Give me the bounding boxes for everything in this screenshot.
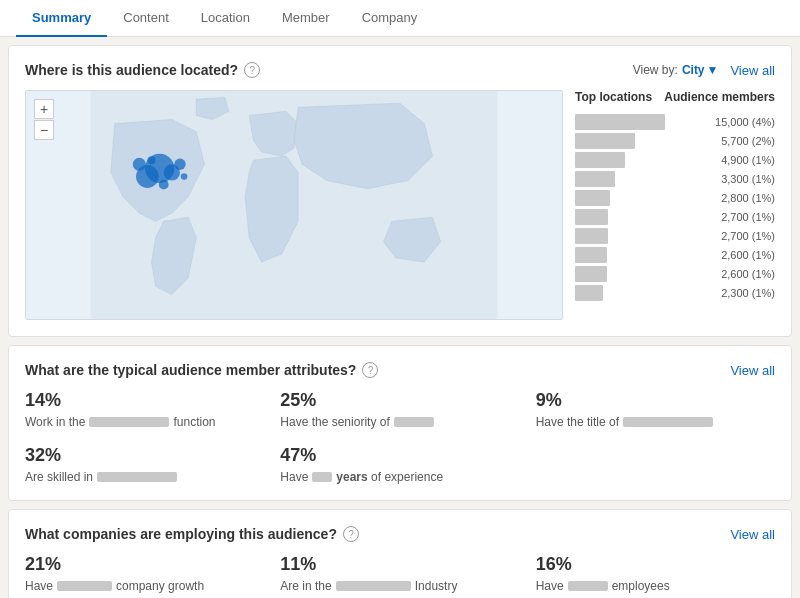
location-value-4: 3,300 (1%) — [721, 173, 775, 185]
location-section: Where is this audience located? ? View b… — [8, 45, 792, 337]
attr-suffix-1: function — [173, 415, 215, 429]
company-desc-2: Are in the Industry — [280, 579, 519, 593]
view-by-select[interactable]: City ▼ — [682, 63, 719, 77]
map-controls: + − — [34, 99, 54, 140]
location-value-9: 2,600 (1%) — [721, 268, 775, 280]
attribute-percent-1: 14% — [25, 390, 264, 411]
company-growth: 21% Have company growth — [25, 554, 264, 593]
tab-summary[interactable]: Summary — [16, 0, 107, 37]
location-view-all[interactable]: View all — [730, 63, 775, 78]
page-container: Summary Content Location Member Company … — [0, 0, 800, 598]
attribute-percent-3: 9% — [536, 390, 775, 411]
list-item: 4,900 (1%) — [575, 152, 775, 168]
company-suffix-1: company growth — [116, 579, 204, 593]
list-item: 2,600 (1%) — [575, 266, 775, 282]
location-bar-4 — [575, 171, 615, 187]
company-desc-3: Have employees — [536, 579, 775, 593]
company-bar-2 — [336, 581, 411, 591]
attr-years-label: years of experience — [336, 470, 443, 484]
company-employees: 16% Have employees — [536, 554, 775, 593]
location-value-10: 2,300 (1%) — [721, 287, 775, 299]
svg-point-3 — [133, 158, 146, 171]
location-value-3: 4,900 (1%) — [721, 154, 775, 166]
attr-prefix-3: Have the title of — [536, 415, 619, 429]
attr-bar-3 — [623, 417, 713, 427]
tabs-bar: Summary Content Location Member Company — [0, 0, 800, 37]
svg-point-7 — [181, 173, 188, 180]
location-bar-8 — [575, 247, 607, 263]
location-info-icon[interactable]: ? — [244, 62, 260, 78]
svg-point-4 — [174, 159, 185, 170]
attribute-seniority: 25% Have the seniority of — [280, 390, 519, 429]
view-by-label: View by: — [633, 63, 678, 77]
location-value-7: 2,700 (1%) — [721, 230, 775, 242]
attribute-desc-4: Are skilled in — [25, 470, 264, 484]
svg-point-6 — [147, 156, 155, 164]
companies-section: What companies are employing this audien… — [8, 509, 792, 598]
map-section: + − — [25, 90, 775, 320]
company-percent-2: 11% — [280, 554, 519, 575]
attribute-skills: 32% Are skilled in — [25, 445, 264, 484]
location-bar-9 — [575, 266, 607, 282]
map-zoom-out[interactable]: − — [34, 120, 54, 140]
attribute-desc-3: Have the title of — [536, 415, 775, 429]
company-suffix-3: employees — [612, 579, 670, 593]
location-bar-5 — [575, 190, 610, 206]
attribute-experience: 47% Have years of experience — [280, 445, 519, 484]
companies-view-all[interactable]: View all — [730, 527, 775, 542]
location-value-1: 15,000 (4%) — [715, 116, 775, 128]
list-item: 2,600 (1%) — [575, 247, 775, 263]
companies-grid: 21% Have company growth 11% Are in the I… — [25, 554, 775, 593]
attribute-empty — [536, 445, 775, 484]
list-item: 2,700 (1%) — [575, 228, 775, 244]
tab-content[interactable]: Content — [107, 0, 185, 37]
audience-members-header: Audience members — [664, 90, 775, 104]
companies-section-header: What companies are employing this audien… — [25, 526, 775, 542]
chevron-down-icon: ▼ — [707, 63, 719, 77]
view-by-container: View by: City ▼ — [633, 63, 719, 77]
attributes-view-all[interactable]: View all — [730, 363, 775, 378]
location-section-header: Where is this audience located? ? View b… — [25, 62, 775, 78]
attr-prefix-2: Have the seniority of — [280, 415, 389, 429]
list-item: 5,700 (2%) — [575, 133, 775, 149]
attr-prefix-5: Have — [280, 470, 308, 484]
list-item: 2,800 (1%) — [575, 190, 775, 206]
companies-title: What companies are employing this audien… — [25, 526, 337, 542]
location-value-5: 2,800 (1%) — [721, 192, 775, 204]
company-desc-1: Have company growth — [25, 579, 264, 593]
attr-bar-2 — [394, 417, 434, 427]
attribute-function: 14% Work in the function — [25, 390, 264, 429]
location-bar-2 — [575, 133, 635, 149]
attribute-desc-5: Have years of experience — [280, 470, 519, 484]
location-bar-1 — [575, 114, 665, 130]
attribute-percent-2: 25% — [280, 390, 519, 411]
attributes-section: What are the typical audience member att… — [8, 345, 792, 501]
attribute-desc-1: Work in the function — [25, 415, 264, 429]
top-locations-header: Top locations — [575, 90, 652, 104]
tab-member[interactable]: Member — [266, 0, 346, 37]
list-item: 15,000 (4%) — [575, 114, 775, 130]
company-bar-1 — [57, 581, 112, 591]
map-svg — [26, 91, 562, 319]
attr-bar-5 — [312, 472, 332, 482]
location-value-8: 2,600 (1%) — [721, 249, 775, 261]
company-prefix-3: Have — [536, 579, 564, 593]
attr-prefix-1: Work in the — [25, 415, 85, 429]
company-percent-1: 21% — [25, 554, 264, 575]
tab-company[interactable]: Company — [346, 0, 434, 37]
location-bar-3 — [575, 152, 625, 168]
map-zoom-in[interactable]: + — [34, 99, 54, 119]
location-bar-6 — [575, 209, 608, 225]
attributes-title: What are the typical audience member att… — [25, 362, 356, 378]
location-value-2: 5,700 (2%) — [721, 135, 775, 147]
companies-info-icon[interactable]: ? — [343, 526, 359, 542]
attr-bar-4 — [97, 472, 177, 482]
location-bar-7 — [575, 228, 608, 244]
attr-prefix-4: Are skilled in — [25, 470, 93, 484]
attributes-grid-row1: 14% Work in the function 25% Have the se… — [25, 390, 775, 429]
location-bar-10 — [575, 285, 603, 301]
list-item: 2,700 (1%) — [575, 209, 775, 225]
attributes-info-icon[interactable]: ? — [362, 362, 378, 378]
company-bar-3 — [568, 581, 608, 591]
tab-location[interactable]: Location — [185, 0, 266, 37]
